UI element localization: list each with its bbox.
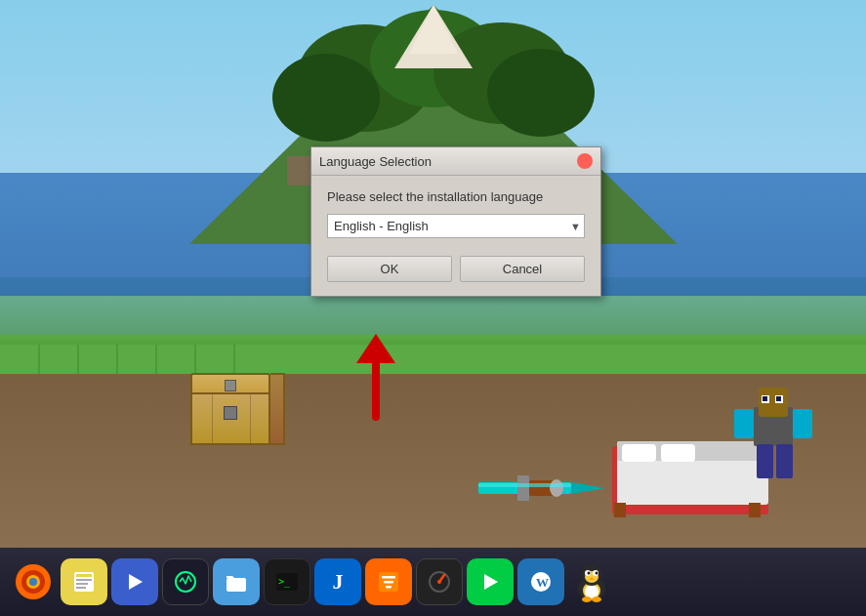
taskbar-icon-joplin[interactable]: J xyxy=(314,558,361,605)
taskbar-icon-files[interactable] xyxy=(213,558,260,605)
svg-point-18 xyxy=(550,479,563,497)
ok-button[interactable]: OK xyxy=(327,256,452,282)
svg-rect-31 xyxy=(763,396,767,401)
svg-rect-33 xyxy=(734,409,754,438)
cancel-button[interactable]: Cancel xyxy=(460,256,585,282)
language-select[interactable]: English - English Français - French Deut… xyxy=(327,214,585,238)
svg-point-78 xyxy=(592,596,601,602)
bed-area xyxy=(602,388,817,528)
svg-point-5 xyxy=(487,49,595,137)
dialog-body: Please select the installation language … xyxy=(311,176,600,296)
svg-rect-24 xyxy=(661,444,695,462)
svg-rect-61 xyxy=(386,586,392,589)
svg-text:W: W xyxy=(536,575,549,590)
language-selection-dialog: Language Selection Please select the ins… xyxy=(310,146,601,297)
taskbar-icon-speed[interactable] xyxy=(416,558,463,605)
dialog-buttons: OK Cancel xyxy=(327,252,585,282)
svg-rect-34 xyxy=(793,409,812,438)
svg-rect-59 xyxy=(382,576,395,579)
taskbar-icon-tux[interactable] xyxy=(568,558,615,605)
dialog-title: Language Selection xyxy=(319,154,432,169)
svg-text:>_: >_ xyxy=(278,576,291,588)
chest xyxy=(190,373,270,445)
svg-point-4 xyxy=(272,54,380,142)
taskbar-icon-media-player[interactable] xyxy=(111,558,158,605)
taskbar-icon-sublime[interactable] xyxy=(365,558,412,605)
svg-rect-32 xyxy=(776,396,781,401)
svg-rect-37 xyxy=(0,345,866,354)
taskbar-icon-monitor[interactable] xyxy=(162,558,209,605)
svg-point-47 xyxy=(29,578,37,586)
taskbar-icon-wordpress[interactable]: W xyxy=(517,558,564,605)
svg-rect-52 xyxy=(76,587,86,589)
svg-point-69 xyxy=(585,585,598,598)
taskbar-icon-play[interactable] xyxy=(467,558,514,605)
sword xyxy=(478,471,605,509)
svg-rect-35 xyxy=(757,444,773,478)
svg-rect-26 xyxy=(749,503,761,517)
svg-rect-51 xyxy=(76,583,88,585)
svg-rect-23 xyxy=(622,444,656,462)
svg-rect-60 xyxy=(384,581,393,584)
dialog-close-button[interactable] xyxy=(577,153,593,169)
svg-rect-19 xyxy=(478,483,571,487)
ground-blocks xyxy=(0,345,866,378)
taskbar-icon-editor[interactable] xyxy=(61,558,107,605)
svg-rect-55 xyxy=(227,578,246,592)
svg-marker-53 xyxy=(129,574,143,590)
svg-point-75 xyxy=(596,572,598,575)
background xyxy=(0,0,866,616)
svg-rect-16 xyxy=(517,475,529,501)
svg-point-63 xyxy=(437,580,441,584)
svg-marker-15 xyxy=(571,482,605,494)
dialog-titlebar: Language Selection xyxy=(311,147,600,176)
svg-marker-64 xyxy=(484,574,498,590)
svg-rect-25 xyxy=(614,503,626,517)
svg-rect-50 xyxy=(76,579,92,581)
dialog-prompt: Please select the installation language xyxy=(327,189,585,204)
taskbar-icon-firefox[interactable] xyxy=(10,558,57,605)
svg-rect-36 xyxy=(776,444,793,478)
taskbar-icon-terminal[interactable]: >_ xyxy=(264,558,310,605)
svg-point-77 xyxy=(582,596,592,602)
taskbar: >_ J W xyxy=(0,548,866,616)
svg-point-74 xyxy=(588,572,591,575)
language-select-wrapper: English - English Français - French Deut… xyxy=(327,214,585,238)
svg-rect-49 xyxy=(76,574,92,577)
